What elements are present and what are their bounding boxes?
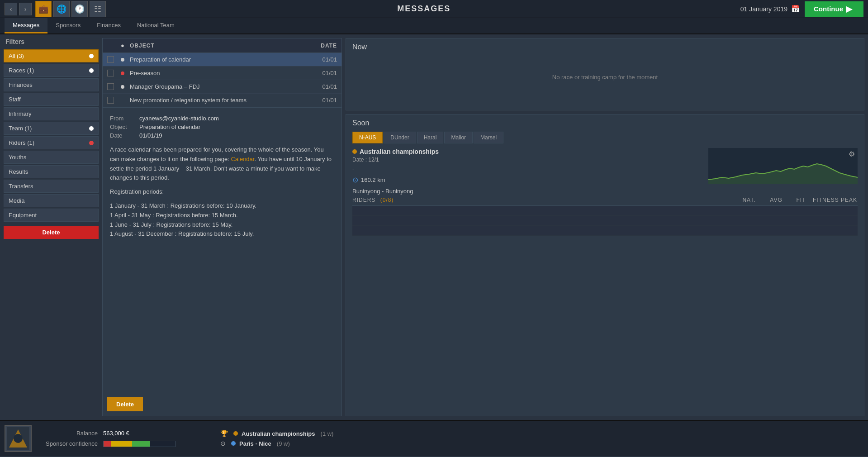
forward-button[interactable]: ›: [19, 3, 32, 15]
object-label: Object: [110, 124, 135, 130]
clock-icon-button[interactable]: 🕐: [71, 1, 88, 17]
progress-red: [104, 441, 111, 447]
progress-green: [132, 441, 150, 447]
page-title: MESSAGES: [108, 4, 740, 14]
sidebar-item-staff-label: Staff: [9, 96, 21, 103]
svg-point-3: [14, 434, 23, 443]
rider-row-3: [352, 226, 858, 236]
race-route: ⊙ 160.2 km: [352, 176, 704, 184]
sidebar-item-all[interactable]: All (3): [4, 49, 99, 62]
sidebar-item-infirmary-label: Infirmary: [9, 110, 32, 117]
race-location: Buninyong - Buninyong: [352, 188, 704, 195]
date-label: Date: [110, 132, 135, 139]
team-logo-svg: [7, 427, 29, 450]
sidebar-item-results[interactable]: Results: [4, 165, 99, 178]
sponsor-progress-bar: [103, 441, 175, 447]
msg-checkbox-0[interactable]: [107, 56, 114, 63]
tab-national-team[interactable]: National Team: [129, 18, 183, 33]
race-tabs: N-AUS DUnder Haral Mallor Marsei: [352, 132, 858, 143]
sponsor-row: Sponsor confidence: [39, 440, 211, 447]
globe-icon-button[interactable]: 🌐: [53, 1, 70, 17]
race-dash: -: [352, 166, 704, 172]
race-details: Australian championships Date : 12/1 - ⊙…: [352, 148, 704, 195]
tab-messages[interactable]: Messages: [5, 18, 47, 33]
race-tab-4[interactable]: Marsei: [474, 132, 503, 143]
date-value: 01/01/19: [139, 132, 162, 139]
message-body: A race calendar has been prepared for yo…: [110, 145, 334, 239]
delete-button-bottom[interactable]: Delete: [107, 397, 143, 411]
tab-sponsors[interactable]: Sponsors: [47, 18, 89, 33]
race-date: Date : 12/1: [352, 157, 704, 163]
continue-button[interactable]: Continue ▶: [805, 1, 863, 17]
sidebar-delete-button[interactable]: Delete: [4, 226, 99, 239]
balance-value: 563,000 €: [103, 430, 129, 437]
msg-object-3: New promotion / relegation system for te…: [130, 97, 310, 104]
route-icon: ⊙: [352, 176, 358, 184]
nat-col-header: NAT.: [735, 197, 763, 203]
calendar-icon: 📅: [791, 5, 800, 13]
riders-col-header: RIDERS (0/8): [352, 197, 735, 203]
sidebar-item-riders[interactable]: Riders (1): [4, 136, 99, 149]
event-time-0: (1 w): [321, 430, 334, 437]
soon-section: Soon N-AUS DUnder Haral Mallor Marsei Au…: [346, 114, 864, 416]
balance-row: Balance 563,000 €: [39, 430, 211, 437]
sidebar-item-races[interactable]: Races (1): [4, 64, 99, 77]
sidebar-item-team-dot: [89, 126, 94, 131]
continue-label: Continue: [814, 5, 843, 13]
date-area: 01 January 2019 📅: [740, 5, 800, 13]
chart-icon-button[interactable]: ☷: [90, 1, 106, 17]
race-info: Australian championships Date : 12/1 - ⊙…: [352, 148, 858, 195]
calendar-link[interactable]: Calendar: [231, 156, 254, 162]
race-tab-3[interactable]: Mallor: [444, 132, 473, 143]
msg-dot-1: [121, 71, 124, 75]
message-row-0[interactable]: Preparation of calendar 01/01: [103, 53, 342, 67]
sidebar-item-transfers[interactable]: Transfers: [4, 180, 99, 193]
sidebar-item-team[interactable]: Team (1): [4, 122, 99, 135]
msg-dot-2: [121, 85, 124, 89]
race-tab-2[interactable]: Haral: [417, 132, 444, 143]
sidebar-item-staff[interactable]: Staff: [4, 93, 99, 106]
message-row-1[interactable]: Pre-season 01/01: [103, 67, 342, 80]
msg-checkbox-3[interactable]: [107, 97, 114, 104]
right-panel: Now No race or training camp for the mom…: [346, 38, 864, 416]
bottombar: Balance 563,000 € Sponsor confidence 🏆 A…: [0, 420, 868, 456]
msg-date-3: 01/01: [310, 97, 337, 104]
balance-label: Balance: [39, 430, 98, 437]
race-route-text: Buninyong - Buninyong: [352, 188, 413, 195]
event-dot-0: [233, 431, 238, 436]
sidebar-item-youths[interactable]: Youths: [4, 151, 99, 164]
event-name-0: Australian championships: [242, 430, 315, 437]
msg-date-0: 01/01: [310, 56, 337, 63]
tab-finances[interactable]: Finances: [89, 18, 129, 33]
msg-checkbox-1[interactable]: [107, 70, 114, 76]
sidebar-item-equipment[interactable]: Equipment: [4, 209, 99, 222]
object-value: Preparation of calendar: [139, 124, 200, 130]
back-button[interactable]: ‹: [5, 3, 17, 15]
event-dot-1: [231, 441, 236, 446]
event-time-1: (9 w): [277, 440, 290, 447]
bottom-stats: Balance 563,000 € Sponsor confidence: [39, 430, 211, 447]
topbar: ‹ › 💼 🌐 🕐 ☷ MESSAGES 01 January 2019 📅 C…: [0, 0, 868, 18]
sidebar-item-team-label: Team (1): [9, 125, 32, 132]
message-meta: From cyanews@cyanide-studio.com Object P…: [110, 115, 334, 139]
rider-row-2: [352, 216, 858, 226]
sidebar-item-media[interactable]: Media: [4, 194, 99, 207]
race-tab-0[interactable]: N-AUS: [352, 132, 383, 143]
sidebar-item-media-label: Media: [9, 197, 24, 204]
message-row-2[interactable]: Manager Groupama – FDJ 01/01: [103, 80, 342, 94]
bottom-events: 🏆 Australian championships (1 w) ⊙ Paris…: [211, 430, 863, 447]
trophy-icon: 🏆: [220, 430, 228, 437]
meta-date-row: Date 01/01/19: [110, 132, 334, 139]
sidebar: Filters All (3) Races (1) Finances Staff…: [4, 38, 99, 416]
event-item-1: ⊙ Paris - Nice (9 w): [220, 440, 863, 447]
chart-settings-icon[interactable]: ⚙: [849, 150, 855, 158]
sidebar-item-finances[interactable]: Finances: [4, 78, 99, 91]
msg-checkbox-2[interactable]: [107, 83, 114, 90]
race-tab-1[interactable]: DUnder: [384, 132, 416, 143]
suitcase-icon-button[interactable]: 💼: [35, 1, 52, 17]
sidebar-item-infirmary[interactable]: Infirmary: [4, 107, 99, 120]
avg-col-header: AVG: [763, 197, 790, 203]
meta-object-row: Object Preparation of calendar: [110, 124, 334, 130]
circle-icon: ⊙: [220, 440, 226, 447]
message-row-3[interactable]: New promotion / relegation system for te…: [103, 94, 342, 107]
